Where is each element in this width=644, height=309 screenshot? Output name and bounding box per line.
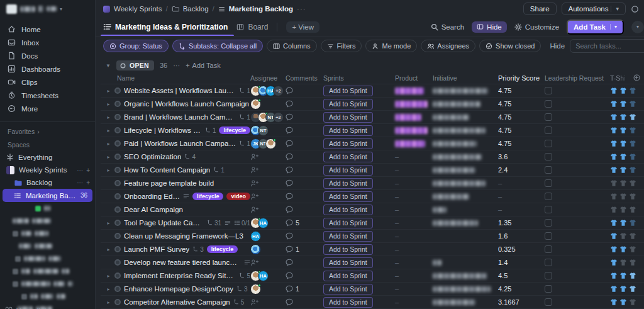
table-row[interactable]: ▸ Launch PMF Survey 3 lifecycle 1 Add to… <box>101 243 644 256</box>
priority-score-cell[interactable]: 4.75 <box>498 84 545 97</box>
add-assignee-icon[interactable] <box>250 153 258 161</box>
initiative-cell[interactable] <box>433 84 498 97</box>
task-name[interactable]: SEO Optimization <box>124 153 181 160</box>
tshirt-icon[interactable] <box>610 219 618 227</box>
product-cell[interactable]: – <box>395 256 433 269</box>
add-to-sprint-button[interactable]: Add to Sprint <box>323 205 373 215</box>
task-name[interactable]: Brand | Workflows Launch Campaign <box>124 113 236 121</box>
task-status-icon[interactable] <box>114 193 121 199</box>
leadership-checkbox[interactable] <box>545 166 552 174</box>
task-status-icon[interactable] <box>114 246 121 252</box>
sidebar-item-home[interactable]: Home <box>4 23 91 36</box>
product-cell[interactable] <box>395 137 433 150</box>
sprints-cell[interactable]: Add to Sprint <box>323 137 395 150</box>
product-cell[interactable]: – <box>395 203 433 216</box>
initiative-cell[interactable] <box>433 177 498 189</box>
breadcrumb-space[interactable]: Weekly Sprints <box>114 5 162 13</box>
chevron-down-icon[interactable]: ▾ <box>610 24 617 30</box>
assignee-cell[interactable]: HA+2 <box>250 84 286 97</box>
description-icon[interactable] <box>183 193 189 199</box>
assignee-cell[interactable] <box>250 177 286 189</box>
assignee-cell[interactable] <box>250 203 286 216</box>
task-status-icon[interactable] <box>114 87 121 94</box>
initiative-cell[interactable] <box>433 190 498 203</box>
tshirt-icon[interactable] <box>619 166 627 174</box>
priority-score-cell[interactable]: 2.4 <box>498 164 545 176</box>
sprints-cell[interactable]: Add to Sprint <box>323 256 395 269</box>
initiative-cell[interactable] <box>433 164 498 176</box>
sprints-cell[interactable]: Add to Sprint <box>323 269 395 282</box>
subtask-count[interactable]: 4 <box>184 154 196 160</box>
tshirt-icon[interactable] <box>619 272 627 279</box>
tshirt-size-cell[interactable] <box>610 203 644 216</box>
tshirt-icon[interactable] <box>610 153 618 160</box>
leadership-checkbox[interactable] <box>545 259 552 266</box>
leadership-request-cell[interactable] <box>545 296 610 308</box>
filter-pill-filters[interactable]: Filters <box>321 40 362 52</box>
task-name-cell[interactable]: ▸ Lifecycle | Workflows Launc... 1 lifec… <box>101 124 250 137</box>
sprints-cell[interactable]: Add to Sprint <box>323 177 395 189</box>
plus-icon[interactable]: + <box>86 179 90 186</box>
comments-cell[interactable] <box>286 84 323 97</box>
task-name[interactable]: Lifecycle | Workflows Launc... <box>124 126 202 134</box>
tshirt-icon[interactable] <box>619 87 627 94</box>
tshirt-size-cell[interactable] <box>610 230 644 242</box>
tshirt-icon[interactable] <box>629 285 636 293</box>
tshirt-icon[interactable] <box>629 87 636 94</box>
tshirt-size-cell[interactable] <box>610 98 644 110</box>
task-status-icon[interactable] <box>114 272 121 279</box>
task-status-icon[interactable] <box>114 140 121 147</box>
task-status-icon[interactable] <box>114 114 121 120</box>
leadership-request-cell[interactable] <box>545 256 610 269</box>
add-assignee-icon[interactable] <box>250 259 258 267</box>
initiative-cell[interactable] <box>433 137 498 150</box>
table-row[interactable]: Dear AI Campaign Add to Sprint – – <box>101 203 644 216</box>
leadership-request-cell[interactable] <box>545 283 610 295</box>
task-name-cell[interactable]: ▸ Paid | Workflows Launch Campaign 1 <box>101 137 250 150</box>
comments-cell[interactable]: 5 <box>286 216 323 229</box>
subtask-count[interactable]: 1 <box>239 140 250 147</box>
column-header-initiative[interactable]: Initiative <box>433 72 498 84</box>
tshirt-size-cell[interactable] <box>610 84 644 97</box>
priority-score-cell[interactable]: – <box>498 177 545 189</box>
task-name[interactable]: Organic | Workflows Launch Campaign <box>124 100 249 108</box>
task-name-cell[interactable]: ▸ Implement Enterprise Ready Site Arc...… <box>101 269 250 282</box>
leadership-request-cell[interactable] <box>545 137 610 150</box>
tshirt-size-cell[interactable] <box>610 283 644 295</box>
table-row[interactable]: Onboarding Educatio... lifecyclevideo Ad… <box>101 190 644 203</box>
product-cell[interactable] <box>395 111 433 123</box>
subtask-count[interactable]: 1 <box>205 127 216 134</box>
tshirt-size-cell[interactable] <box>610 256 644 269</box>
tshirt-icon[interactable] <box>610 232 618 240</box>
add-to-sprint-button[interactable]: Add to Sprint <box>323 152 373 162</box>
initiative-cell[interactable] <box>433 296 498 308</box>
table-row[interactable]: ▸ Website Assets | Workflows Launch ... … <box>101 84 644 98</box>
column-header-assignee[interactable]: Assignee <box>250 72 286 84</box>
task-status-icon[interactable] <box>114 220 121 226</box>
breadcrumb-more-icon[interactable]: ··· <box>297 5 306 13</box>
hide-fields-button[interactable]: Hide <box>472 21 507 33</box>
expand-row-icon[interactable]: ▸ <box>106 154 111 160</box>
collapse-group-icon[interactable]: ▼ <box>106 63 111 69</box>
task-name[interactable]: Dear AI Campaign <box>124 206 183 213</box>
tshirt-icon[interactable] <box>629 219 636 227</box>
comments-cell[interactable]: 1 <box>286 243 323 256</box>
column-header-comments[interactable]: Comments <box>286 72 323 84</box>
assignee-cell[interactable] <box>250 296 286 308</box>
task-status-icon[interactable] <box>114 127 121 133</box>
add-to-sprint-button[interactable]: Add to Sprint <box>323 191 373 202</box>
priority-score-cell[interactable]: 3.1667 <box>498 296 545 308</box>
assignee-cell[interactable]: NT <box>250 124 286 137</box>
column-header-tshirt[interactable]: T-Shi <box>610 72 644 84</box>
sprints-cell[interactable]: Add to Sprint <box>323 190 395 203</box>
sidebar-item-dashboards[interactable]: Dashboards <box>4 62 91 76</box>
add-to-sprint-button[interactable]: Add to Sprint <box>323 271 373 281</box>
task-name-cell[interactable]: ▸ Website Assets | Workflows Launch ... … <box>101 84 250 97</box>
priority-score-cell[interactable]: 4.25 <box>498 283 545 295</box>
task-name[interactable]: Onboarding Educatio... <box>124 193 180 200</box>
task-name[interactable]: Launch PMF Survey <box>124 245 189 253</box>
tshirt-size-cell[interactable] <box>610 177 644 189</box>
add-assignee-icon[interactable] <box>250 298 258 306</box>
initiative-cell[interactable] <box>433 98 498 110</box>
task-status-icon[interactable] <box>114 233 121 239</box>
